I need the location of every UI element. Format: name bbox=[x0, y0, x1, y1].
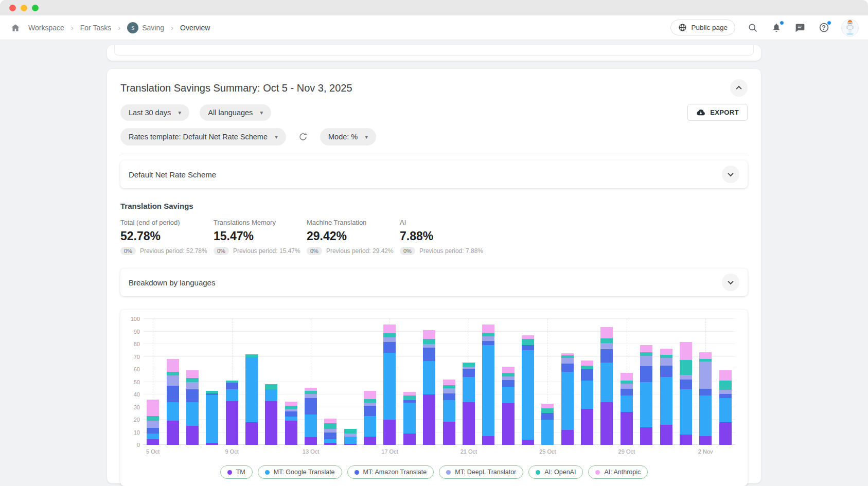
bar-segment bbox=[443, 380, 455, 385]
bar-column: 2 Nov bbox=[696, 319, 715, 445]
legend-item[interactable]: AI: Anthropic bbox=[588, 465, 648, 479]
stacked-bar[interactable] bbox=[423, 330, 435, 445]
chevron-down-icon bbox=[728, 171, 733, 176]
stacked-bar[interactable] bbox=[600, 327, 613, 445]
stacked-bar[interactable] bbox=[186, 370, 199, 445]
bar-segment bbox=[640, 356, 652, 366]
stacked-bar[interactable] bbox=[541, 404, 554, 445]
filter-row-2: Rates template: Default Net Rate Scheme … bbox=[120, 128, 748, 146]
collapse-card-button[interactable] bbox=[730, 79, 748, 97]
bar-segment bbox=[344, 429, 357, 434]
bar-segment bbox=[364, 399, 376, 403]
legend-item[interactable]: AI: OpenAI bbox=[528, 465, 583, 479]
globe-icon bbox=[678, 23, 687, 32]
stacked-bar[interactable] bbox=[561, 353, 574, 445]
bar-segment bbox=[482, 345, 494, 436]
stacked-bar[interactable] bbox=[147, 400, 159, 445]
stacked-bar[interactable] bbox=[522, 335, 534, 445]
bar-segment bbox=[305, 437, 317, 445]
bar-segment bbox=[305, 394, 317, 399]
date-range-filter[interactable]: Last 30 days ▾ bbox=[120, 104, 189, 121]
stacked-bar[interactable] bbox=[206, 391, 218, 445]
stacked-bar[interactable] bbox=[621, 373, 633, 445]
bar-segment bbox=[226, 383, 238, 389]
refresh-button[interactable] bbox=[296, 130, 310, 143]
stacked-bar[interactable] bbox=[443, 380, 455, 445]
help-icon[interactable]: ? bbox=[818, 22, 830, 34]
breadcrumb-item-saving[interactable]: S Saving bbox=[127, 22, 164, 33]
stacked-bar[interactable] bbox=[680, 342, 692, 445]
legend-label: MT: Google Translate bbox=[274, 469, 335, 476]
bar-segment bbox=[482, 325, 494, 333]
expand-breakdown-button[interactable] bbox=[722, 274, 739, 291]
bar-segment bbox=[186, 378, 199, 382]
public-page-button[interactable]: Public page bbox=[670, 20, 735, 35]
stacked-bar[interactable] bbox=[364, 391, 376, 445]
stacked-bar[interactable] bbox=[581, 361, 593, 445]
legend-label: TM bbox=[236, 469, 245, 476]
stacked-bar[interactable] bbox=[482, 325, 494, 445]
breadcrumb-item-workspace[interactable]: Workspace bbox=[28, 24, 64, 32]
bar-segment bbox=[621, 412, 633, 445]
public-page-label: Public page bbox=[691, 24, 728, 31]
home-icon[interactable] bbox=[9, 22, 22, 34]
bar-segment bbox=[364, 437, 376, 445]
stacked-bar[interactable] bbox=[383, 325, 396, 445]
stacked-bar[interactable] bbox=[167, 359, 179, 445]
stacked-bar[interactable] bbox=[699, 352, 712, 445]
breadcrumb-item-for-tasks[interactable]: For Tasks bbox=[80, 24, 111, 32]
bar-segment bbox=[680, 380, 692, 390]
bar-column bbox=[479, 319, 498, 445]
search-icon[interactable] bbox=[747, 22, 759, 34]
app-window: Workspace › For Tasks › S Saving › Overv… bbox=[0, 0, 868, 486]
bar-segment bbox=[699, 362, 712, 389]
stacked-bar[interactable] bbox=[226, 381, 238, 445]
stacked-bar[interactable] bbox=[660, 349, 672, 445]
rate-scheme-panel[interactable]: Default Net Rate Scheme bbox=[120, 160, 748, 188]
export-button[interactable]: EXPORT bbox=[687, 104, 748, 121]
legend-item[interactable]: MT: Google Translate bbox=[258, 465, 342, 479]
bar-column bbox=[518, 319, 538, 445]
languages-filter[interactable]: All languages ▾ bbox=[200, 104, 271, 121]
bar-column bbox=[597, 319, 616, 445]
maximize-window-button[interactable] bbox=[32, 5, 39, 11]
stacked-bar[interactable] bbox=[305, 388, 317, 445]
stacked-bar[interactable] bbox=[245, 354, 258, 445]
user-avatar[interactable] bbox=[841, 19, 859, 37]
minimize-window-button[interactable] bbox=[21, 5, 27, 11]
bar-segment bbox=[621, 389, 633, 395]
legend-item[interactable]: MT: DeepL Translator bbox=[439, 465, 523, 479]
bar-segment bbox=[344, 444, 357, 445]
stacked-bar[interactable] bbox=[403, 392, 416, 445]
rates-template-filter[interactable]: Rates template: Default Net Rate Scheme … bbox=[120, 128, 286, 146]
legend-item[interactable]: MT: Amazon Translate bbox=[347, 465, 434, 479]
bar-column bbox=[439, 319, 458, 445]
stacked-bar[interactable] bbox=[285, 402, 297, 445]
stacked-bar[interactable] bbox=[502, 367, 515, 445]
bar-segment bbox=[364, 406, 376, 416]
chat-icon[interactable] bbox=[794, 22, 806, 34]
savings-chart-card: 0102030405060708090100 5 Oct9 Oct13 Oct1… bbox=[120, 310, 748, 486]
stacked-bar[interactable] bbox=[265, 384, 277, 445]
mode-filter[interactable]: Mode: % ▾ bbox=[320, 128, 376, 146]
stacked-bar[interactable] bbox=[324, 419, 336, 445]
bar-segment bbox=[522, 440, 534, 445]
legend-item[interactable]: TM bbox=[220, 465, 253, 479]
bar-segment bbox=[502, 403, 515, 445]
breadcrumb-item-overview[interactable]: Overview bbox=[180, 24, 210, 32]
breakdown-panel-title: Breakdown by languages bbox=[129, 278, 215, 287]
stacked-bar[interactable] bbox=[719, 370, 732, 445]
close-window-button[interactable] bbox=[9, 5, 16, 11]
stat-total: Total (end of period) 52.78% 0% Previous… bbox=[120, 219, 214, 255]
stacked-bar[interactable] bbox=[640, 345, 652, 445]
stacked-bar[interactable] bbox=[344, 429, 357, 445]
bar-segment bbox=[640, 382, 652, 427]
breakdown-panel[interactable]: Breakdown by languages bbox=[120, 268, 748, 296]
x-axis-tick-label: 5 Oct bbox=[146, 448, 160, 455]
notifications-bell-icon[interactable] bbox=[770, 22, 783, 34]
expand-scheme-button[interactable] bbox=[722, 166, 739, 183]
chevron-right-icon: › bbox=[171, 23, 173, 32]
stacked-bar[interactable] bbox=[463, 363, 475, 445]
bar-segment bbox=[443, 393, 455, 400]
bar-segment bbox=[463, 377, 475, 402]
